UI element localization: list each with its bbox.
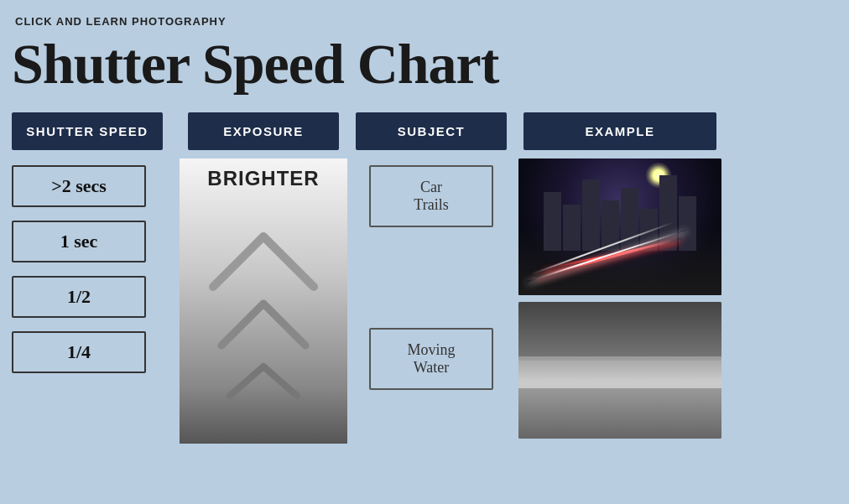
water-photo bbox=[518, 302, 721, 439]
speed-box-3: 1/2 bbox=[12, 276, 146, 318]
building-3 bbox=[582, 179, 600, 251]
subject-header: SUBJECT bbox=[356, 112, 507, 150]
example-column: EXAMPLE bbox=[515, 112, 725, 445]
building-5 bbox=[621, 188, 638, 251]
car-trails-photo bbox=[518, 158, 721, 295]
subject-moving-water: MovingWater bbox=[369, 328, 493, 390]
brighter-label: BRIGHTER bbox=[207, 167, 319, 190]
water-rock-2 bbox=[628, 413, 644, 422]
moving-water-label: MovingWater bbox=[407, 341, 455, 376]
water-mist bbox=[518, 356, 721, 415]
car-trails-image bbox=[518, 158, 721, 295]
shutter-speed-header: SHUTTER SPEED bbox=[12, 112, 163, 150]
example-header: EXAMPLE bbox=[523, 112, 716, 150]
chevron-arrows bbox=[196, 203, 331, 404]
speed-box-1: >2 secs bbox=[12, 165, 146, 207]
speed-box-4: 1/4 bbox=[12, 331, 146, 373]
moving-water-image bbox=[518, 302, 721, 439]
exposure-column: EXPOSURE BRIGHTER bbox=[180, 112, 347, 444]
subject-column: SUBJECT CarTrails MovingWater bbox=[347, 112, 515, 390]
car-trails-label: CarTrails bbox=[414, 179, 448, 213]
building-2 bbox=[563, 205, 581, 251]
building-8 bbox=[679, 196, 696, 251]
chart-area: SHUTTER SPEED >2 secs 1 sec 1/2 1/4 EXPO… bbox=[0, 112, 849, 445]
subject-car-trails: CarTrails bbox=[369, 165, 493, 227]
shutter-speed-column: SHUTTER SPEED >2 secs 1 sec 1/2 1/4 bbox=[12, 112, 180, 387]
speed-box-2: 1 sec bbox=[12, 221, 146, 262]
exposure-gradient: BRIGHTER bbox=[180, 158, 347, 444]
site-label: CLICK AND LEARN PHOTOGRAPHY bbox=[0, 0, 849, 31]
exposure-header: EXPOSURE bbox=[188, 112, 339, 150]
building-1 bbox=[544, 192, 561, 251]
water-rock-1 bbox=[586, 405, 611, 418]
page-title: Shutter Speed Chart bbox=[0, 31, 849, 112]
